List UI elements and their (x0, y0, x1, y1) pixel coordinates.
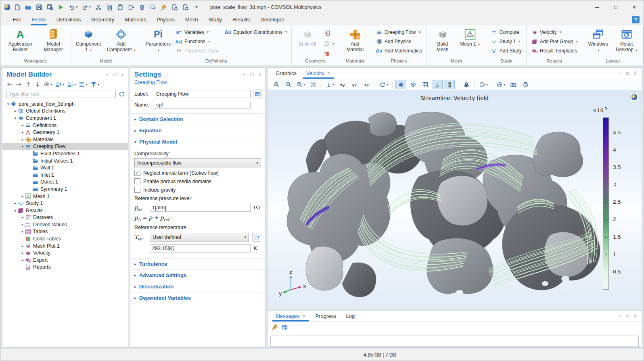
tree-arrow[interactable]: ▾ (20, 144, 25, 148)
menu-physics[interactable]: Physics (151, 14, 180, 25)
tree-item-creeping-flow[interactable]: ▾Creeping Flow (2, 143, 128, 150)
messages-output[interactable] (270, 336, 639, 347)
scene-light-button[interactable] (395, 80, 406, 89)
graphics-canvas[interactable]: Streamline: Velocity field (268, 90, 642, 308)
physics-interface-dropdown[interactable]: Creeping Flow▾ (374, 28, 424, 36)
table-preview-icon[interactable] (182, 4, 189, 10)
tree-item-color-tables[interactable]: Color Tables (2, 235, 128, 242)
panel-menu-icon[interactable] (618, 71, 622, 75)
result-templates-button[interactable]: Result Templates (529, 46, 579, 55)
section-physical-model[interactable]: ▾Physical Model (130, 136, 265, 147)
panel-menu-icon[interactable] (242, 73, 247, 77)
close-icon[interactable]: × (625, 0, 644, 14)
minimize-icon[interactable]: ─ (588, 0, 606, 14)
duplicate-icon[interactable] (128, 4, 134, 10)
tree-item-component-1[interactable]: ▾Component 1 (2, 115, 128, 122)
go-to-source-button[interactable] (252, 233, 261, 242)
functions-button[interactable]: f(x)Functions▾ (174, 37, 222, 46)
toolbar-overflow-icon[interactable] (193, 4, 200, 10)
virtual-operations-button[interactable] (322, 50, 337, 58)
select-box-icon[interactable] (150, 4, 156, 10)
label-field[interactable] (154, 90, 251, 98)
copy-icon[interactable] (106, 4, 113, 10)
tab-messages[interactable]: Messages✕ (272, 313, 309, 321)
undo-icon[interactable]: ▾ (69, 4, 77, 10)
tree-item-materials[interactable]: ▸Materials (2, 136, 128, 143)
new-file-icon[interactable] (14, 4, 21, 10)
transparency-button[interactable] (408, 80, 418, 89)
float-panel-icon[interactable] (625, 71, 630, 75)
redo-icon[interactable]: ▾ (82, 4, 91, 10)
ref-temperature-select[interactable]: User defined▾ (150, 233, 249, 242)
component-1-button[interactable]: Component 1 ▾ (73, 27, 103, 54)
ref-pressure-input[interactable] (150, 204, 251, 212)
pin-panel-icon[interactable] (633, 71, 638, 75)
pin-panel-icon[interactable] (257, 73, 262, 77)
tree-item-export[interactable]: ▸Export (2, 257, 128, 264)
open-file-icon[interactable] (25, 4, 31, 10)
clear-messages-icon[interactable] (272, 324, 278, 330)
tree-arrow[interactable]: ▸ (20, 251, 25, 255)
zoom-extents-button[interactable] (307, 80, 318, 89)
insert-sequence-button[interactable] (322, 29, 337, 37)
menu-definitions[interactable]: Definitions (51, 14, 86, 25)
show-icon[interactable]: ▾ (44, 81, 52, 88)
tree-arrow[interactable]: ▸ (20, 123, 25, 127)
build-mesh-button[interactable]: Build Mesh (429, 27, 456, 54)
section-advanced-settings[interactable]: ▸Advanced Settings (130, 269, 265, 281)
float-panel-icon[interactable] (113, 73, 117, 77)
menu-study[interactable]: Study (203, 14, 227, 25)
expand-all-icon[interactable]: ▾ (55, 81, 64, 88)
tree-item-mesh-plot-1[interactable]: ▸Mesh Plot 1 (2, 242, 128, 250)
snapshot-button[interactable] (508, 80, 519, 89)
tree-arrow[interactable]: ▸ (20, 223, 25, 227)
pin-panel-icon[interactable] (120, 73, 125, 77)
tree-item-outlet-1[interactable]: Outlet 1 (2, 179, 128, 186)
group-nodes-icon[interactable]: ▾ (79, 81, 88, 88)
tree-arrow[interactable]: ▸ (20, 130, 25, 134)
close-tab-icon[interactable]: ✕ (327, 71, 330, 76)
section-domain-selection[interactable]: ▸Domain Selection (130, 113, 265, 125)
move-down-icon[interactable] (34, 81, 41, 88)
section-dependent-variables[interactable]: ▸Dependent Variables (130, 292, 265, 303)
add-component-button[interactable]: Add Component ▾ (104, 27, 138, 54)
tree-item-derived-values[interactable]: ▸Derived Values (2, 221, 128, 228)
float-panel-icon[interactable] (250, 73, 254, 77)
wireframe-button[interactable] (420, 80, 431, 89)
tree-arrow[interactable]: ▾ (6, 102, 10, 106)
view-xy-button[interactable]: xy (337, 80, 348, 89)
tab-graphics[interactable]: Graphics (272, 70, 301, 79)
pin-panel-icon[interactable] (633, 314, 638, 318)
tree-item-initial-values-1[interactable]: Initial Values 1 (2, 157, 128, 165)
orientation-axes-button[interactable] (432, 80, 443, 89)
tree-arrow[interactable]: ▸ (20, 258, 25, 262)
tree-item-global-definitions[interactable]: ▸Global Definitions (2, 108, 128, 115)
save-icon[interactable] (36, 4, 42, 10)
stokes-flow-checkbox[interactable]: ✓ (134, 170, 140, 176)
porous-media-checkbox[interactable] (134, 178, 140, 184)
add-plot-group-button[interactable]: Add Plot Group▾ (529, 37, 579, 46)
help-button[interactable]: ? (632, 16, 640, 23)
edit-node-label-button[interactable] (253, 90, 262, 98)
zoom-out-button[interactable] (283, 80, 294, 89)
tree-item-fluid-properties-1[interactable]: Fluid Properties 1 (2, 150, 128, 157)
tree-item-symmetry-1[interactable]: Symmetry 1 (2, 186, 128, 193)
temperature-input[interactable] (150, 244, 251, 252)
color-legend-button[interactable] (444, 80, 455, 89)
tree-item-pore-scale-flow-3d-mph[interactable]: ▾pore_scale_flow_3d.mph (2, 100, 128, 108)
add-physics-button[interactable]: Add Physics (374, 37, 424, 46)
tree-filter-input[interactable] (6, 90, 116, 98)
move-up-icon[interactable] (25, 81, 31, 88)
camera-lock-button[interactable] (461, 80, 472, 89)
sync-geometry-button[interactable]: ▾ (322, 39, 337, 48)
save-search-icon[interactable] (47, 4, 53, 10)
zoom-box-button[interactable]: ▾ (295, 80, 306, 89)
default-view-button[interactable]: ▾ (324, 80, 336, 89)
add-study-button[interactable]: Add Study (489, 46, 524, 55)
menu-home[interactable]: Home (27, 14, 51, 25)
parameters-button[interactable]: Pi Parameters▾ (144, 27, 173, 54)
cut-icon[interactable] (95, 4, 102, 10)
tree-arrow[interactable]: ▾ (13, 209, 18, 213)
tree-arrow[interactable]: ▸ (20, 230, 25, 234)
filter-icon[interactable]: ▾ (90, 81, 99, 88)
